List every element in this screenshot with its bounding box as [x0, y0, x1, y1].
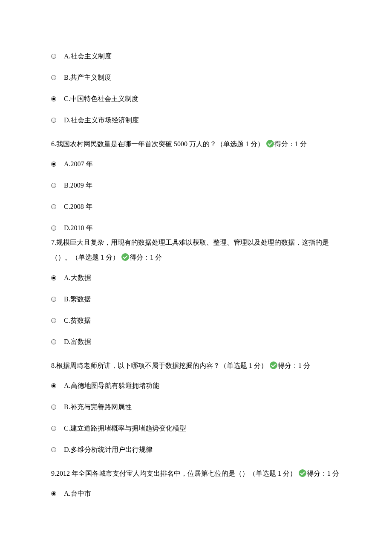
q7-option-a[interactable]: A.大数据 — [51, 273, 341, 283]
q5-option-d[interactable]: D.社会主义市场经济制度 — [51, 115, 341, 125]
radio-icon-selected[interactable] — [51, 162, 56, 167]
option-label: C.中国特色社会主义制度 — [64, 94, 138, 104]
option-label: A.高德地图导航有躲避拥堵功能 — [64, 381, 159, 391]
q6-option-b[interactable]: B.2009 年 — [51, 180, 341, 191]
q8-text: 8.根据周琦老师所讲，以下哪项不属于数据挖掘的内容？（单选题 1 分） — [51, 362, 268, 369]
option-label: B.繁数据 — [64, 294, 91, 304]
q6-option-d[interactable]: D.2010 年 — [51, 223, 341, 233]
option-label: C.贫数据 — [64, 315, 91, 326]
q8-option-a[interactable]: A.高德地图导航有躲避拥堵功能 — [51, 381, 341, 391]
q6-text: 6.我国农村网民数量是在哪一年首次突破 5000 万人的？（单选题 1 分） — [51, 140, 264, 147]
option-label: C.2008 年 — [64, 202, 92, 212]
option-label: D.多维分析统计用户出行规律 — [64, 445, 153, 455]
q8-option-c[interactable]: C.建立道路拥堵概率与拥堵趋势变化模型 — [51, 423, 341, 434]
check-icon — [299, 469, 306, 477]
option-label: D.富数据 — [64, 337, 91, 347]
radio-icon-selected[interactable] — [51, 275, 56, 280]
q6-option-c[interactable]: C.2008 年 — [51, 202, 341, 212]
q9-text: 9.2012 年全国各城市支付宝人均支出排名中，位居第七位的是（）（单选题 1 … — [51, 470, 297, 477]
q9-option-a[interactable]: A.台中市 — [51, 489, 341, 499]
q8-score: 得分：1 分 — [278, 362, 310, 369]
q7-option-b[interactable]: B.繁数据 — [51, 294, 341, 304]
q7-option-d[interactable]: D.富数据 — [51, 337, 341, 347]
radio-icon-selected[interactable] — [51, 96, 56, 101]
radio-icon[interactable] — [51, 183, 56, 188]
radio-icon[interactable] — [51, 447, 56, 452]
radio-icon[interactable] — [51, 297, 56, 302]
q8-option-d[interactable]: D.多维分析统计用户出行规律 — [51, 445, 341, 455]
radio-icon-selected[interactable] — [51, 383, 56, 388]
radio-icon[interactable] — [51, 339, 56, 344]
option-label: D.2010 年 — [64, 223, 93, 233]
q7-score: 得分：1 分 — [130, 254, 162, 261]
option-label: A.台中市 — [64, 489, 91, 499]
q9-score: 得分：1 分 — [307, 470, 339, 477]
q7-option-c[interactable]: C.贫数据 — [51, 315, 341, 326]
option-label: B.补充与完善路网属性 — [64, 402, 132, 412]
q5-option-a[interactable]: A.社会主义制度 — [51, 51, 341, 61]
q6-stem: 6.我国农村网民数量是在哪一年首次突破 5000 万人的？（单选题 1 分） 得… — [51, 136, 341, 151]
radio-icon[interactable] — [51, 225, 56, 231]
check-icon — [266, 140, 274, 147]
radio-icon[interactable] — [51, 426, 56, 431]
option-label: A.社会主义制度 — [64, 51, 112, 61]
q8-option-b[interactable]: B.补充与完善路网属性 — [51, 402, 341, 412]
q7-stem: 7.规模巨大且复杂，用现有的数据处理工具难以获取、整理、管理以及处理的数据，这指… — [51, 235, 341, 265]
radio-icon[interactable] — [51, 118, 56, 123]
q5-option-b[interactable]: B.共产主义制度 — [51, 72, 341, 83]
check-icon — [270, 361, 277, 369]
option-label: D.社会主义市场经济制度 — [64, 115, 139, 125]
option-label: A.2007 年 — [64, 159, 93, 169]
q5-option-c[interactable]: C.中国特色社会主义制度 — [51, 94, 341, 104]
option-label: B.共产主义制度 — [64, 72, 111, 83]
option-label: B.2009 年 — [64, 180, 92, 191]
q8-stem: 8.根据周琦老师所讲，以下哪项不属于数据挖掘的内容？（单选题 1 分） 得分：1… — [51, 358, 341, 373]
q6-option-a[interactable]: A.2007 年 — [51, 159, 341, 169]
radio-icon[interactable] — [51, 405, 56, 410]
option-label: A.大数据 — [64, 273, 91, 283]
radio-icon[interactable] — [51, 75, 56, 80]
q9-stem: 9.2012 年全国各城市支付宝人均支出排名中，位居第七位的是（）（单选题 1 … — [51, 466, 341, 481]
q6-score: 得分：1 分 — [274, 140, 307, 147]
q7-text: 7.规模巨大且复杂，用现有的数据处理工具难以获取、整理、管理以及处理的数据，这指… — [51, 239, 329, 261]
option-label: C.建立道路拥堵概率与拥堵趋势变化模型 — [64, 423, 186, 434]
radio-icon-selected[interactable] — [51, 491, 56, 496]
radio-icon[interactable] — [51, 318, 56, 323]
radio-icon[interactable] — [51, 204, 56, 209]
check-icon — [121, 253, 129, 261]
radio-icon[interactable] — [51, 54, 56, 59]
